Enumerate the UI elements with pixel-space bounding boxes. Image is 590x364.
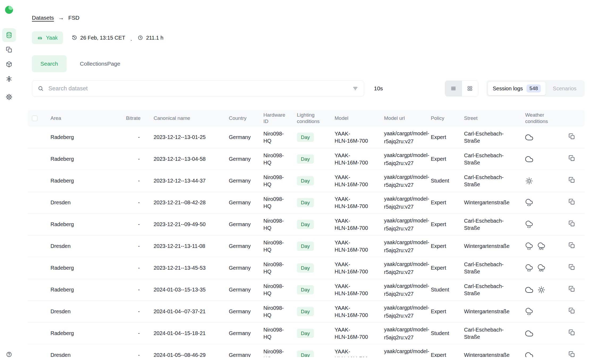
layers-icon (6, 46, 12, 53)
table-row[interactable]: Radeberg-2024-01-03--15-13-35GermanyNiro… (28, 279, 585, 301)
cell-country: Germany (226, 192, 260, 214)
select-all-checkbox[interactable] (32, 116, 37, 121)
cell-weather (522, 170, 559, 192)
cell-model: YAAK-HLN-16M-700 (331, 323, 381, 344)
copy-button[interactable] (568, 242, 575, 249)
total-duration: 211.1 h (137, 35, 163, 41)
sidebar-item-workflows[interactable] (2, 72, 16, 86)
cell-country: Germany (226, 323, 260, 344)
table-row[interactable]: Radeberg-2023-12-21--13-45-53GermanyNiro… (28, 257, 585, 279)
grid-view-button[interactable] (462, 81, 478, 96)
copy-button[interactable] (568, 307, 575, 314)
rain-icon (525, 242, 533, 250)
cell-street: Carl-Eschebach-Straße (461, 214, 522, 235)
table-row[interactable]: Dresden-2024-01-05--08-46-29GermanyNiro0… (28, 344, 585, 357)
cell-policy: Student (428, 323, 461, 344)
session-logs-tab[interactable]: Session logs 548 (488, 82, 546, 95)
row-select-cell (28, 257, 47, 279)
cell-hardware-id: Niro098-HQ (260, 279, 294, 301)
cell-area: Radeberg (47, 214, 123, 235)
clip-length-selector[interactable]: 10s (374, 85, 383, 92)
dataset-meta-row: Yaak 26 Feb, 13:15 CET . 211.1 h (32, 31, 585, 44)
cell-hardware-id: Niro098-HQ (260, 148, 294, 170)
cell-street: Wintergartenstraße (461, 344, 522, 357)
col-street: Street (461, 110, 522, 126)
cell-area: Dresden (47, 192, 123, 214)
table-row[interactable]: Radeberg-2023-12-12--13-01-25GermanyNiro… (28, 126, 585, 148)
row-select-cell (28, 170, 47, 192)
cell-model: YAAK-HLN-16M-700 (331, 192, 381, 214)
copy-icon (568, 176, 575, 184)
app-logo (5, 6, 13, 14)
sidebar-item-packages[interactable] (2, 57, 16, 71)
cell-model-url: yaak/cargpt/model-r5ajq2ru:v27 (381, 192, 428, 214)
table-row[interactable]: Dresden-2023-12-21--08-42-28GermanyNiro0… (28, 192, 585, 214)
copy-button[interactable] (568, 351, 575, 357)
cell-lighting: Day (294, 126, 331, 148)
cell-policy: Expert (428, 192, 461, 214)
row-select-cell (28, 235, 47, 257)
table-row[interactable]: Radeberg-2023-12-12--13-44-37GermanyNiro… (28, 170, 585, 192)
cell-weather (522, 235, 559, 257)
breadcrumb-datasets-link[interactable]: Datasets (32, 15, 54, 21)
cell-actions (559, 279, 585, 301)
col-model-url: Model url (381, 110, 428, 126)
cell-bitrate: - (123, 148, 150, 170)
cell-canonical-name: 2023-12-21--13-45-53 (150, 257, 226, 279)
table-row[interactable]: Radeberg-2023-12-12--13-04-58GermanyNiro… (28, 148, 585, 170)
cell-policy: Student (428, 279, 461, 301)
search-input[interactable] (48, 85, 348, 92)
cell-actions (559, 301, 585, 323)
help-button[interactable] (3, 349, 15, 360)
cell-lighting: Day (294, 323, 331, 344)
list-view-button[interactable] (445, 81, 462, 96)
cell-weather (522, 279, 559, 301)
cell-model: YAAK-HLN-16M-700 (331, 235, 381, 257)
copy-button[interactable] (568, 285, 575, 293)
cell-area: Radeberg (47, 170, 123, 192)
recorded-at: 26 Feb, 13:15 CET (71, 35, 125, 41)
list-icon (450, 85, 457, 92)
row-select-cell (28, 214, 47, 235)
table-row[interactable]: Dresden-2024-01-04--07-37-21GermanyNiro0… (28, 301, 585, 323)
col-canonical-name: Canonical name (150, 110, 226, 126)
sidebar-item-settings[interactable] (2, 90, 16, 104)
table-row[interactable]: Radeberg-2024-01-04--15-18-21GermanyNiro… (28, 323, 585, 344)
copy-button[interactable] (568, 198, 575, 205)
cell-street: Carl-Eschebach-Straße (461, 148, 522, 170)
table-row[interactable]: Dresden-2023-12-21--13-11-08GermanyNiro0… (28, 235, 585, 257)
heavy-rain-icon (537, 264, 545, 272)
copy-button[interactable] (568, 155, 575, 162)
sidebar-item-datasets[interactable] (2, 28, 16, 42)
copy-button[interactable] (568, 176, 575, 184)
cell-actions (559, 344, 585, 357)
cell-model-url: yaak/cargpt/model-r5ajq2ru:v27 (381, 323, 428, 344)
tab-search[interactable]: Search (32, 55, 67, 72)
cloud-icon (525, 329, 533, 337)
table-row[interactable]: Radeberg-2023-12-21--09-49-50GermanyNiro… (28, 214, 585, 235)
cell-model-url: yaak/cargpt/model-r5ajq2ru:v27 (381, 148, 428, 170)
copy-button[interactable] (568, 220, 575, 227)
source-badge[interactable]: Yaak (32, 31, 63, 44)
cell-weather (522, 214, 559, 235)
rain-icon (525, 264, 533, 272)
session-logs-label: Session logs (493, 86, 523, 92)
cell-lighting: Day (294, 344, 331, 357)
copy-button[interactable] (568, 133, 575, 140)
row-select-cell (28, 148, 47, 170)
gear-icon (6, 94, 12, 100)
cell-street: Wintergartenstraße (461, 192, 522, 214)
cell-bitrate: - (123, 323, 150, 344)
cell-street: Carl-Eschebach-Straße (461, 279, 522, 301)
clock-icon (137, 35, 143, 41)
cell-canonical-name: 2024-01-03--15-13-35 (150, 279, 226, 301)
filter-button[interactable] (352, 85, 359, 92)
copy-button[interactable] (568, 329, 575, 336)
sidebar-item-collections[interactable] (2, 43, 16, 57)
copy-button[interactable] (568, 264, 575, 271)
copy-icon (568, 329, 575, 336)
cell-country: Germany (226, 279, 260, 301)
tab-collections-page[interactable]: CollectionsPage (80, 61, 120, 67)
copy-icon (568, 351, 575, 357)
scenarios-tab[interactable]: Scenarios (546, 86, 583, 92)
